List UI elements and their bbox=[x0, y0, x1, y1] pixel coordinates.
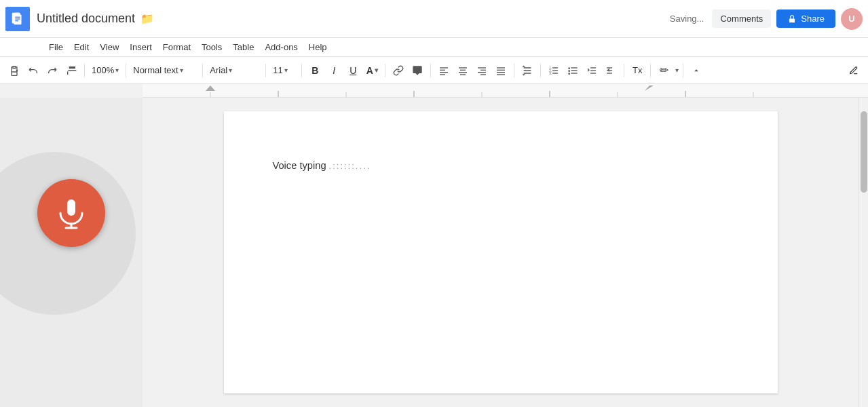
svg-marker-52 bbox=[645, 85, 654, 91]
bold-button[interactable]: B bbox=[306, 62, 324, 79]
menu-help[interactable]: Help bbox=[303, 39, 333, 55]
text-color-arrow: ▾ bbox=[375, 66, 378, 74]
svg-rect-18 bbox=[478, 72, 486, 73]
toolbar-separator-3 bbox=[202, 64, 203, 77]
text-color-button[interactable]: A ▾ bbox=[363, 62, 381, 79]
expand-button[interactable] bbox=[687, 62, 705, 79]
toolbar-separator-7 bbox=[430, 64, 431, 77]
ruler-markings bbox=[143, 84, 868, 98]
menu-addons[interactable]: Add-ons bbox=[259, 39, 303, 55]
unordered-list-button[interactable] bbox=[564, 62, 582, 79]
svg-rect-29 bbox=[552, 73, 558, 73]
undo-button[interactable] bbox=[24, 62, 42, 79]
voice-typing-text: Voice typing bbox=[273, 160, 326, 171]
voice-dots: .::::::.... bbox=[329, 161, 371, 171]
underline-button[interactable]: U bbox=[344, 62, 362, 79]
decrease-indent-button[interactable] bbox=[583, 62, 601, 79]
link-button[interactable] bbox=[390, 62, 407, 79]
svg-rect-12 bbox=[459, 67, 467, 68]
menu-file[interactable]: File bbox=[43, 39, 69, 55]
svg-point-30 bbox=[569, 67, 571, 69]
svg-rect-53 bbox=[67, 199, 75, 216]
font-arrow: ▾ bbox=[229, 66, 232, 74]
svg-rect-9 bbox=[440, 69, 445, 70]
clear-formatting-button[interactable]: Tx bbox=[628, 62, 646, 79]
toolbar-separator-6 bbox=[385, 64, 385, 77]
print-icon bbox=[9, 65, 20, 76]
print-button[interactable] bbox=[5, 62, 23, 79]
folder-icon[interactable]: 📁 bbox=[140, 12, 154, 25]
scrollbar[interactable] bbox=[858, 98, 868, 407]
header: Untitled document 📁 Saving... Comments S… bbox=[0, 0, 868, 38]
title-area: Untitled document 📁 bbox=[37, 12, 670, 26]
comment-button[interactable] bbox=[409, 62, 426, 79]
italic-button[interactable]: I bbox=[325, 62, 343, 79]
svg-point-32 bbox=[569, 70, 571, 72]
svg-rect-27 bbox=[552, 70, 558, 71]
editing-mode-arrow: ▾ bbox=[675, 66, 679, 74]
menu-tools[interactable]: Tools bbox=[196, 39, 227, 55]
toolbar-separator-12 bbox=[683, 64, 683, 77]
menu-edit[interactable]: Edit bbox=[69, 39, 94, 55]
pen-icon bbox=[849, 66, 858, 75]
font-dropdown[interactable]: Arial ▾ bbox=[207, 64, 261, 77]
svg-rect-22 bbox=[497, 72, 505, 73]
document-title[interactable]: Untitled document bbox=[37, 12, 135, 26]
voice-panel bbox=[0, 98, 143, 407]
paint-format-icon bbox=[66, 65, 77, 76]
toolbar: 100% ▾ Normal text ▾ Arial ▾ 11 ▾ B I U … bbox=[0, 57, 868, 84]
redo-button[interactable] bbox=[43, 62, 61, 79]
svg-rect-19 bbox=[480, 74, 486, 75]
draw-button[interactable] bbox=[845, 62, 863, 79]
toolbar-separator-11 bbox=[650, 64, 651, 77]
editing-mode-button[interactable]: ✏ bbox=[655, 62, 673, 79]
align-center-button[interactable] bbox=[454, 62, 472, 79]
justify-button[interactable] bbox=[492, 62, 510, 79]
microphone-button[interactable] bbox=[37, 179, 105, 247]
align-left-button[interactable] bbox=[435, 62, 453, 79]
toolbar-separator-5 bbox=[301, 64, 302, 77]
comment-icon bbox=[412, 65, 423, 76]
comments-button[interactable]: Comments bbox=[712, 9, 771, 28]
avatar[interactable]: U bbox=[841, 8, 863, 30]
svg-rect-21 bbox=[497, 69, 505, 70]
menu-table[interactable]: Table bbox=[227, 39, 259, 55]
menubar: File Edit View Insert Format Tools Table… bbox=[0, 38, 868, 57]
style-dropdown[interactable]: Normal text ▾ bbox=[130, 64, 198, 77]
menu-format[interactable]: Format bbox=[157, 39, 196, 55]
increase-indent-icon bbox=[605, 65, 616, 76]
svg-rect-5 bbox=[12, 72, 17, 75]
document-area[interactable]: Voice typing .::::::.... bbox=[143, 98, 858, 407]
decrease-indent-icon bbox=[586, 65, 597, 76]
menu-insert[interactable]: Insert bbox=[124, 39, 157, 55]
svg-rect-35 bbox=[571, 73, 578, 73]
saving-status: Saving... bbox=[670, 14, 704, 24]
svg-rect-23 bbox=[497, 74, 505, 75]
undo-icon bbox=[28, 65, 39, 76]
svg-rect-10 bbox=[440, 72, 448, 73]
content-area: Voice typing .::::::.... bbox=[0, 98, 868, 407]
svg-point-34 bbox=[569, 73, 571, 75]
svg-marker-51 bbox=[206, 85, 215, 91]
document-content[interactable]: Voice typing .::::::.... bbox=[273, 160, 729, 171]
zoom-dropdown[interactable]: 100% ▾ bbox=[89, 64, 121, 77]
microphone-icon bbox=[55, 197, 88, 229]
scrollbar-thumb[interactable] bbox=[861, 111, 867, 193]
document-page: Voice typing .::::::.... bbox=[224, 111, 778, 393]
style-arrow: ▾ bbox=[180, 66, 183, 74]
align-left-icon bbox=[438, 65, 449, 76]
paint-format-button[interactable] bbox=[62, 62, 80, 79]
toolbar-separator-4 bbox=[265, 64, 266, 77]
increase-indent-button[interactable] bbox=[602, 62, 620, 79]
svg-rect-20 bbox=[497, 67, 505, 68]
align-right-button[interactable] bbox=[473, 62, 491, 79]
font-size-arrow: ▾ bbox=[284, 66, 288, 74]
font-size-dropdown[interactable]: 11 ▾ bbox=[270, 64, 297, 77]
app-icon bbox=[5, 7, 30, 31]
toolbar-separator-8 bbox=[514, 64, 514, 77]
share-button[interactable]: Share bbox=[776, 9, 835, 28]
menu-view[interactable]: View bbox=[94, 39, 124, 55]
line-spacing-button[interactable] bbox=[518, 62, 536, 79]
ordered-list-button[interactable]: 1.2.3. bbox=[545, 62, 563, 79]
svg-text:3.: 3. bbox=[550, 72, 552, 75]
